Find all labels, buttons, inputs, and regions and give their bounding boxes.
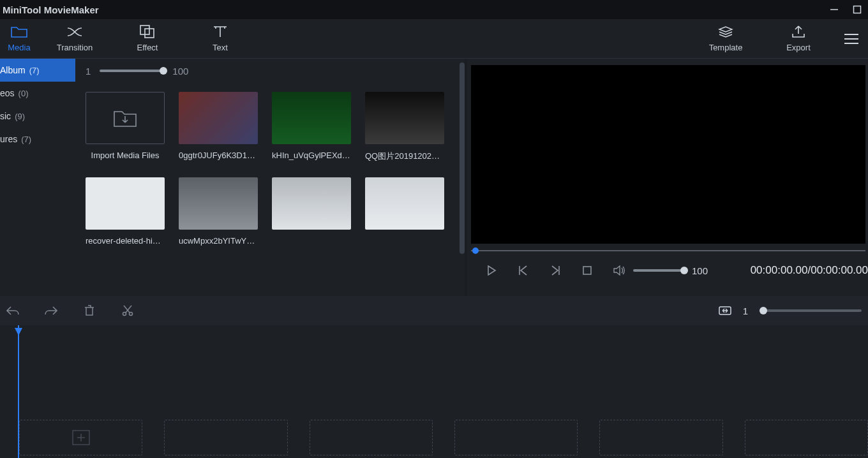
tab-effect[interactable]: Effect	[111, 19, 184, 58]
volume-value: 100	[692, 265, 708, 276]
media-thumbnail	[179, 177, 258, 230]
redo-icon[interactable]	[45, 304, 57, 317]
media-zoom-slider[interactable]	[100, 70, 163, 72]
media-item[interactable]: ucwMpxx2bYITwY7rZ...	[179, 177, 258, 246]
track-slot[interactable]	[745, 420, 868, 455]
app-title: MiniTool MovieMaker	[3, 4, 99, 15]
split-icon[interactable]	[121, 304, 134, 317]
media-caption: recover-deleted-histor...	[86, 236, 165, 246]
import-icon	[86, 92, 165, 144]
preview-progress[interactable]	[471, 246, 865, 255]
volume-icon[interactable]	[613, 264, 625, 277]
media-thumbnail	[365, 92, 444, 144]
sidebar: Album (7) eos (0) sic (9) ures (7)	[0, 59, 75, 296]
media-item[interactable]	[365, 177, 444, 246]
media-thumbnail	[272, 92, 351, 144]
stop-icon[interactable]	[581, 264, 594, 277]
media-item[interactable]: recover-deleted-histor...	[86, 177, 165, 246]
media-zoom-min: 1	[86, 66, 91, 77]
import-media-button[interactable]: Import Media Files	[86, 92, 165, 162]
template-icon	[718, 25, 733, 39]
tab-media[interactable]: Media	[0, 19, 38, 58]
media-thumbnail	[86, 177, 165, 230]
folder-icon	[11, 25, 27, 39]
media-panel: 1 100 Import Media Files 0ggtr0JUFy6K3D1…	[75, 59, 467, 296]
svg-rect-1	[854, 6, 861, 13]
timeline-zoom-value: 1	[743, 306, 748, 316]
delete-icon[interactable]	[83, 304, 96, 317]
media-caption: QQ图片20191202215506	[365, 151, 444, 162]
media-item[interactable]: QQ图片20191202215506	[365, 92, 444, 162]
media-item[interactable]	[272, 177, 351, 246]
sidebar-item-album[interactable]: Album (7)	[0, 59, 75, 82]
minimize-icon[interactable]	[830, 5, 839, 14]
fit-zoom-icon[interactable]	[719, 304, 731, 317]
media-caption: ucwMpxx2bYITwY7rZ...	[179, 236, 258, 246]
media-item[interactable]: 0ggtr0JUFy6K3D1r_9aS...	[179, 92, 258, 162]
next-frame-icon[interactable]	[549, 264, 562, 277]
tab-template[interactable]: Template	[689, 19, 762, 58]
media-zoom-row: 1 100	[75, 59, 465, 83]
preview-panel: 100 00:00:00.00/00:00:00.00	[467, 59, 868, 296]
svg-rect-4	[583, 267, 591, 274]
sidebar-item-music[interactable]: sic (9)	[0, 105, 75, 128]
sidebar-item-videos[interactable]: eos (0)	[0, 82, 75, 105]
top-toolbar: Media Transition Effect Text Template Ex…	[0, 19, 868, 59]
timeline-toolbar: 1	[0, 296, 868, 325]
text-icon	[213, 25, 228, 39]
track-slot[interactable]	[19, 420, 142, 455]
timeline-area[interactable]	[0, 325, 868, 458]
hamburger-icon[interactable]	[835, 19, 868, 58]
window-controls	[830, 5, 862, 14]
media-item[interactable]: kHIn_uVqGylPEXd6D...	[272, 92, 351, 162]
export-icon	[791, 25, 805, 39]
sidebar-item-pictures[interactable]: ures (7)	[0, 128, 75, 151]
track-slot[interactable]	[599, 420, 722, 455]
media-thumbnail	[179, 92, 258, 144]
timeline-tracks	[19, 420, 868, 455]
svg-point-6	[130, 313, 133, 316]
transition-icon	[66, 25, 84, 39]
timeline-zoom-slider[interactable]	[760, 309, 862, 312]
media-zoom-max: 100	[172, 66, 188, 77]
tab-text[interactable]: Text	[184, 19, 257, 58]
track-slot[interactable]	[454, 420, 578, 455]
prev-frame-icon[interactable]	[517, 264, 530, 277]
media-thumbnail	[272, 177, 351, 230]
preview-controls: 100 00:00:00.00/00:00:00.00	[471, 255, 868, 277]
play-icon[interactable]	[485, 264, 498, 277]
effect-icon	[140, 25, 155, 39]
media-caption: kHIn_uVqGylPEXd6D...	[272, 151, 351, 160]
track-slot[interactable]	[164, 420, 287, 455]
preview-canvas	[471, 65, 865, 244]
undo-icon[interactable]	[6, 304, 19, 317]
media-grid: Import Media Files 0ggtr0JUFy6K3D1r_9aS.…	[75, 83, 465, 293]
titlebar: MiniTool MovieMaker	[0, 0, 868, 19]
add-clip-icon	[72, 430, 90, 445]
media-thumbnail	[365, 177, 444, 230]
tab-export[interactable]: Export	[762, 19, 835, 58]
maximize-icon[interactable]	[853, 5, 862, 14]
svg-point-5	[123, 313, 126, 316]
main-area: Album (7) eos (0) sic (9) ures (7) 1 100	[0, 59, 868, 296]
volume-slider[interactable]	[633, 269, 684, 272]
media-caption: 0ggtr0JUFy6K3D1r_9aS...	[179, 151, 258, 160]
track-slot[interactable]	[310, 420, 433, 455]
time-display: 00:00:00.00/00:00:00.00	[751, 264, 868, 277]
tab-transition[interactable]: Transition	[38, 19, 111, 58]
media-scrollbar[interactable]	[460, 63, 465, 254]
